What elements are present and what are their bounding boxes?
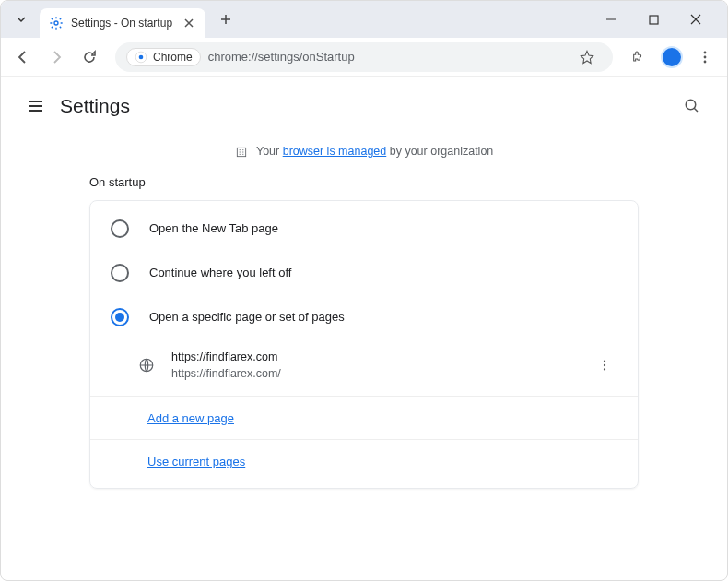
close-icon xyxy=(690,14,701,25)
managed-link[interactable]: browser is managed xyxy=(283,145,387,158)
svg-rect-8 xyxy=(237,148,245,156)
browser-tab[interactable]: Settings - On startup xyxy=(40,8,205,38)
more-vertical-icon xyxy=(698,50,712,65)
maximize-button[interactable] xyxy=(640,6,666,32)
add-page-row: Add a new page xyxy=(90,396,638,439)
startup-page-entry: https://findflarex.com https://findflare… xyxy=(90,339,638,393)
minimize-button[interactable] xyxy=(598,6,624,32)
back-button[interactable] xyxy=(8,42,38,72)
radio-label: Open a specific page or set of pages xyxy=(149,310,345,324)
radio-icon xyxy=(111,308,129,326)
maximize-icon xyxy=(649,15,659,25)
radio-option-new-tab[interactable]: Open the New Tab page xyxy=(90,207,638,251)
address-bar[interactable]: Chrome chrome://settings/onStartup xyxy=(115,42,613,72)
svg-point-12 xyxy=(604,369,605,371)
window-controls xyxy=(598,6,720,32)
svg-point-5 xyxy=(704,55,707,58)
browser-toolbar: Chrome chrome://settings/onStartup xyxy=(1,38,727,77)
page-entry-title: https://findflarex.com xyxy=(171,349,592,366)
startup-options-card: Open the New Tab page Continue where you… xyxy=(89,200,639,490)
star-icon xyxy=(580,50,594,65)
svg-rect-1 xyxy=(650,16,658,24)
settings-content: Settings Your browser is managed by your… xyxy=(1,77,727,489)
chevron-down-icon xyxy=(16,14,27,25)
close-icon xyxy=(184,18,194,28)
reload-button[interactable] xyxy=(75,42,104,72)
close-window-button[interactable] xyxy=(683,6,709,32)
search-settings-button[interactable] xyxy=(675,89,709,123)
building-icon xyxy=(235,146,248,159)
chrome-logo-icon xyxy=(135,51,147,64)
url-text: chrome://settings/onStartup xyxy=(208,50,572,64)
profile-button[interactable] xyxy=(657,42,687,72)
minimize-icon xyxy=(605,14,616,25)
svg-point-7 xyxy=(686,100,696,110)
page-entry-more-button[interactable] xyxy=(592,352,617,378)
bookmark-button[interactable] xyxy=(572,42,602,72)
more-vertical-icon xyxy=(598,359,611,372)
page-title: Settings xyxy=(60,95,130,117)
svg-point-11 xyxy=(604,364,605,366)
menu-button[interactable] xyxy=(690,42,720,72)
search-icon xyxy=(684,98,700,114)
gear-icon xyxy=(49,16,64,30)
avatar-icon xyxy=(661,46,683,68)
radio-label: Open the New Tab page xyxy=(149,221,278,235)
radio-option-continue[interactable]: Continue where you left off xyxy=(90,251,638,295)
svg-point-10 xyxy=(604,361,605,362)
plus-icon xyxy=(220,14,231,25)
use-current-row: Use current pages xyxy=(90,439,638,482)
arrow-right-icon xyxy=(49,50,64,65)
site-chip[interactable]: Chrome xyxy=(126,48,201,66)
radio-icon xyxy=(111,264,129,282)
tab-close-button[interactable] xyxy=(182,16,196,30)
svg-point-6 xyxy=(704,60,707,63)
svg-point-3 xyxy=(139,54,144,59)
tab-search-dropdown[interactable] xyxy=(8,6,34,32)
forward-button[interactable] xyxy=(41,42,71,72)
arrow-left-icon xyxy=(16,50,30,65)
managed-banner: Your browser is managed by your organiza… xyxy=(1,136,727,175)
menu-toggle-button[interactable] xyxy=(19,89,53,123)
tab-title: Settings - On startup xyxy=(71,17,182,30)
radio-label: Continue where you left off xyxy=(149,266,291,279)
extensions-button[interactable] xyxy=(624,42,653,72)
page-entry-url: https://findflarex.com/ xyxy=(171,365,592,383)
radio-option-specific-pages[interactable]: Open a specific page or set of pages xyxy=(90,295,638,339)
site-chip-label: Chrome xyxy=(153,51,193,64)
titlebar: Settings - On startup xyxy=(1,1,727,38)
svg-point-0 xyxy=(54,21,58,25)
new-tab-button[interactable] xyxy=(213,6,239,32)
reload-icon xyxy=(82,50,97,65)
use-current-link[interactable]: Use current pages xyxy=(147,455,245,468)
section-title: On startup xyxy=(1,175,727,200)
managed-suffix: by your organization xyxy=(386,145,493,158)
globe-icon xyxy=(138,357,155,374)
add-page-link[interactable]: Add a new page xyxy=(147,411,234,425)
managed-prefix: Your xyxy=(256,145,283,158)
svg-point-4 xyxy=(704,51,707,53)
page-entry-text: https://findflarex.com https://findflare… xyxy=(171,349,592,384)
hamburger-icon xyxy=(28,98,44,114)
puzzle-icon xyxy=(631,50,646,65)
radio-icon xyxy=(111,219,129,238)
settings-header: Settings xyxy=(1,77,727,136)
